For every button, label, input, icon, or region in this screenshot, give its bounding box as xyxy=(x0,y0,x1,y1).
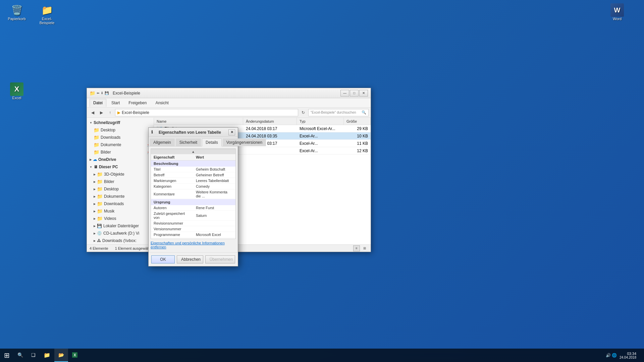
dialog-body: ▲ Eigenschaft Wert Beschreibung xyxy=(149,146,238,252)
table-row: Programmname Microsoft Excel xyxy=(151,232,235,238)
folder-icon: 📂 xyxy=(58,352,64,358)
abbrechen-button[interactable]: Abbrechen xyxy=(177,255,203,263)
scroll-up-button[interactable]: ▲ xyxy=(151,149,235,154)
dialog-info-icon: ℹ xyxy=(151,130,157,135)
taskbar-tray: 🔊 🌐 03:34 24.04.2018 xyxy=(602,352,644,359)
table-row: Kommentare Weitere Kommenta die ... xyxy=(151,189,235,199)
uebernehmen-button[interactable]: Übernehmen xyxy=(205,255,235,263)
table-row: Zuletzt gespeichert von Saturn xyxy=(151,211,235,221)
table-row: Revisionsnummer xyxy=(151,221,235,226)
table-row: Betreff Geheimer Betreff xyxy=(151,172,235,178)
taskbar-fileexplorer[interactable]: 📁 xyxy=(40,349,54,362)
tab-sicherheit[interactable]: Sicherheit xyxy=(176,138,201,146)
taskbar-explorer-window[interactable]: 📂 xyxy=(54,349,68,362)
tray-icons: 🔊 🌐 xyxy=(606,353,617,358)
taskbar-taskview[interactable]: ❑ xyxy=(27,349,40,362)
section-ursprung: Ursprung xyxy=(151,199,235,205)
date: 24.04.2018 xyxy=(620,356,636,359)
section-beschreibung: Beschreibung xyxy=(151,161,235,167)
table-row: Versionsnummer xyxy=(151,226,235,232)
clock: 03:34 24.04.2018 xyxy=(620,352,636,359)
taskbar: ⊞ 🔍 ❑ 📁 📂 X 🔊 🌐 03:34 24.04.2018 xyxy=(0,349,644,362)
tab-details[interactable]: Details xyxy=(202,138,222,146)
dialog-tabs: Allgemein Sicherheit Details Vorgängerve… xyxy=(149,137,238,146)
taskbar-search[interactable]: 🔍 xyxy=(13,349,27,362)
taskview-icon: ❑ xyxy=(31,352,36,358)
table-row: Autoren Rene Furst xyxy=(151,205,235,211)
start-button[interactable]: ⊞ xyxy=(0,349,13,362)
taskbar-items: 🔍 ❑ 📁 📂 X xyxy=(13,349,602,362)
table-row: Kategorien Comedy xyxy=(151,184,235,189)
remove-properties-link[interactable]: Eigenschaften und persönliche Informatio… xyxy=(151,241,236,249)
table-row: Markierungen Leeres Tabellenblatt xyxy=(151,178,235,184)
search-icon: 🔍 xyxy=(17,352,23,358)
ok-button[interactable]: OK xyxy=(151,255,175,263)
dialog-buttons: OK Abbrechen Übernehmen xyxy=(149,252,238,266)
dialog-titlebar: ℹ Eigenschaften von Leere Tabelle ✕ xyxy=(149,128,238,137)
properties-dialog: ℹ Eigenschaften von Leere Tabelle ✕ Allg… xyxy=(148,127,238,266)
tab-allgemein[interactable]: Allgemein xyxy=(150,138,175,146)
details-table: Eigenschaft Wert Beschreibung Titel xyxy=(151,154,235,239)
col-wert: Wert xyxy=(193,154,235,161)
explorer-icon: 📁 xyxy=(44,352,50,358)
table-row: Firma Umbrella Corp xyxy=(151,238,235,239)
dialog-title: Eigenschaften von Leere Tabelle xyxy=(159,130,221,135)
taskbar-excel[interactable]: X xyxy=(68,349,82,362)
time: 03:34 xyxy=(620,352,636,356)
details-table-container: ▲ Eigenschaft Wert Beschreibung xyxy=(151,148,236,239)
dialog-close-button[interactable]: ✕ xyxy=(228,129,235,135)
excel-icon: X xyxy=(72,352,77,358)
col-eigenschaft: Eigenschaft xyxy=(151,154,193,161)
desktop: 🗑️ Papierkorb 📁 Excel-Beispiele X Excel … xyxy=(0,0,644,349)
dialog-overlay: ℹ Eigenschaften von Leere Tabelle ✕ Allg… xyxy=(0,0,644,349)
tab-vorgaengerversionen[interactable]: Vorgängerversionen xyxy=(223,138,266,146)
table-row: Titel Geheim Botschaft xyxy=(151,167,235,172)
